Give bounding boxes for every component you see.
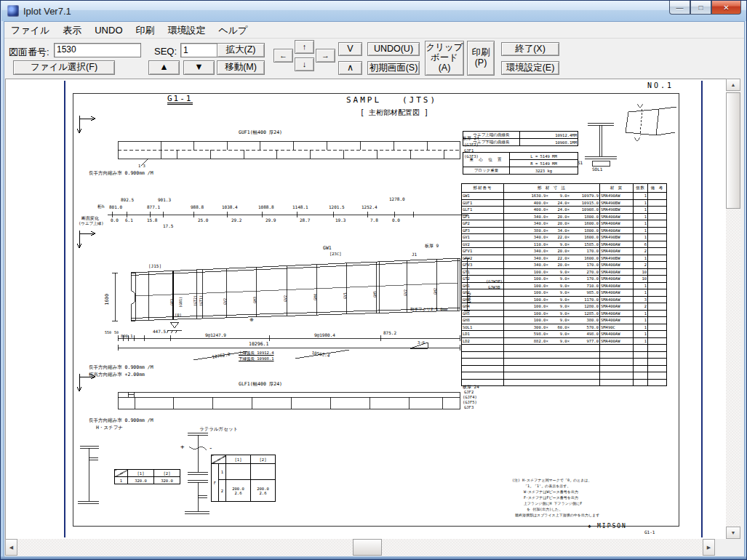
- table-row: GUF1400.0×24.0×10915.0SMA490BW1: [462, 199, 667, 207]
- menu-item[interactable]: 環境設定: [161, 23, 212, 39]
- horizontal-scroll-thumb[interactable]: [353, 539, 382, 556]
- pan-down-button[interactable]: ↓: [295, 57, 314, 71]
- drawing-label: GV1: [343, 292, 347, 299]
- detail-table-b: [1] [2] F 1 2 200.0 2.6 200.0 2.6: [211, 455, 276, 502]
- drawing-label: G1-1: [644, 530, 655, 535]
- drawing-label: J1: [412, 252, 417, 257]
- table-row: 重 心 位 置 L = 5149 MM: [463, 153, 578, 160]
- drawing-label: -: [209, 445, 212, 452]
- drawing-label: 長手方向縮み率 0.900mm /M: [89, 171, 153, 176]
- menu-item[interactable]: ヘルプ: [212, 23, 255, 39]
- drawing-label: 875.2: [383, 331, 396, 335]
- exit-button[interactable]: 終了(X): [501, 42, 559, 56]
- drawing-label: (GB1): [179, 297, 183, 308]
- table-row: GT1100.0×9.0×270.0SMA400AW10: [462, 268, 667, 276]
- drawing-label: 29.9: [265, 218, 276, 223]
- clipboard-button[interactable]: クリップ ボード (A): [425, 41, 464, 76]
- menu-bar: ファイル表示UNDO印刷環境設定ヘルプ: [4, 23, 744, 39]
- drawing-label: GLF1(幅400 厚24): [239, 382, 282, 387]
- table-row: [462, 372, 667, 380]
- vertical-scroll-thumb[interactable]: [726, 92, 740, 209]
- menu-item[interactable]: 表示: [56, 23, 88, 39]
- minimize-button[interactable]: —: [669, 1, 690, 15]
- menu-item[interactable]: 印刷: [129, 23, 161, 39]
- print-button[interactable]: 印刷(P): [467, 41, 495, 76]
- menu-item[interactable]: ファイル: [4, 23, 56, 39]
- table-row: GFV2340.0×22.0×1600.0SMA490BW1: [462, 255, 667, 262]
- page-up-button[interactable]: ∧: [338, 61, 362, 75]
- drawing-label: 892.5: [121, 198, 134, 202]
- seq-next-button[interactable]: ▼: [183, 60, 215, 75]
- scroll-right-button[interactable]: ▶: [703, 539, 715, 556]
- drawing-label: 801.0: [109, 205, 122, 209]
- table-row: LD1598.0×9.0×498.0SMA400AW1: [462, 331, 667, 338]
- app-icon: [7, 5, 19, 17]
- vertical-scrollbar[interactable]: ▲ ▼: [726, 79, 740, 539]
- drawing-label: [J15]: [148, 264, 161, 268]
- title-bar[interactable]: Iplot Ver7.1 — □ ✕: [1, 1, 747, 21]
- drawing-no-input[interactable]: 1530: [54, 43, 141, 57]
- drawing-label: GH3: [253, 297, 257, 303]
- drawing-label: 上縁弧長 10912.4: [239, 351, 274, 356]
- drawing-label: GH2: [434, 288, 437, 295]
- drawing-label: 桁高方向縮み率 +2.00mm: [89, 372, 145, 377]
- horizontal-scrollbar[interactable]: ◀ ▶: [5, 539, 715, 556]
- drawing-label: 桁手マクリ2.5 0mm: [410, 308, 447, 312]
- pan-left-button[interactable]: ←: [273, 49, 293, 63]
- web-curve-table: ウエブ上端の曲線長 10912.4MM ウエブ下端の曲線長 10908.1MM: [463, 131, 578, 146]
- window-title: Iplot Ver7.1: [23, 6, 71, 17]
- table-row: GFV3340.0×20.0×170.0SMA400AW2: [462, 262, 667, 269]
- file-select-button[interactable]: ファイル選択(F): [13, 60, 115, 75]
- table-row: [462, 379, 667, 386]
- drawing-label: 1600: [105, 294, 110, 305]
- drawing-label: 1201.5: [329, 205, 345, 209]
- scroll-down-button[interactable]: ▼: [726, 527, 740, 539]
- drawing-label: NO.1: [647, 82, 674, 89]
- drawing-label: 下縁弧長 10908.1: [239, 357, 274, 361]
- drawing-label: F-スチフナはFピース番号を出力: [524, 496, 578, 500]
- table-row: GW11630.9×9.0×10979.9SMA490AW1: [462, 193, 667, 200]
- drawing-label: 447.5: [153, 329, 166, 334]
- drawing-label: を 付加(出力)した。: [527, 508, 562, 511]
- table-row: GV2110.0×9.0×1585.0SMA400AW6: [462, 241, 667, 248]
- move-button[interactable]: 移動(M): [217, 60, 265, 75]
- close-button[interactable]: ✕: [711, 1, 741, 15]
- zoom-button[interactable]: 拡大(Z): [217, 43, 265, 57]
- drawing-label: ※: [249, 318, 254, 323]
- drawing-label: 断面変化: [81, 216, 99, 220]
- drawing-label: GH5: [373, 291, 377, 297]
- table-row: [462, 359, 667, 366]
- drawing-label: (GT1): [199, 295, 203, 306]
- drawing-canvas[interactable]: NO.1G1-1SAMPL (JTS)[ 主桁部材配置図 ]GUF1(幅400 …: [5, 79, 726, 539]
- page-down-button[interactable]: V: [338, 42, 362, 56]
- drawing-label: GP3: [170, 299, 174, 305]
- table-row: GV1340.0×22.0×1600.0SMA490BW1: [462, 234, 667, 241]
- drawing-label: 877.1: [147, 205, 160, 209]
- table-row: GP2340.0×20.0×1600.0SMA400AW1: [462, 220, 667, 228]
- table-row: LD2882.0×9.0×977.0SMA400AW1: [462, 337, 667, 345]
- detail-table-a: [1] [2] 1 320.0 320.0: [114, 469, 180, 484]
- table-row: [1] [2]: [212, 455, 276, 464]
- undo-button[interactable]: UNDO(U): [367, 42, 420, 56]
- scroll-left-button[interactable]: ◀: [5, 539, 17, 556]
- restore-button[interactable]: □: [690, 1, 711, 15]
- scrollbar-corner: [715, 539, 740, 556]
- drawing-label: 19.3: [335, 218, 345, 223]
- drawing-label: H・スチフナ: [96, 425, 123, 431]
- parts-list-table: 部材番号 部 材 寸 法 材 質 個数 備 考 GW11630.9×9.0×10…: [461, 183, 667, 386]
- table-row: [1] [2]: [115, 470, 180, 477]
- pan-right-button[interactable]: →: [316, 49, 335, 63]
- drawing-label: G1-1: [167, 95, 193, 105]
- menu-item[interactable]: UNDO: [88, 23, 129, 37]
- drawing-label: GJF2: [464, 391, 474, 395]
- drawing-label: 板厚 9: [425, 244, 439, 248]
- initial-screen-button[interactable]: 初期画面(S): [367, 61, 420, 75]
- drawing-label: 1 3: [138, 164, 145, 169]
- drawing-label: W-スチフナはWピース番号を出力: [524, 490, 578, 494]
- env-settings-button[interactable]: 環境設定(E): [501, 61, 559, 75]
- pan-up-button[interactable]: ↑: [295, 40, 314, 54]
- seq-prev-button[interactable]: ▲: [148, 60, 180, 75]
- scroll-up-button[interactable]: ▲: [726, 79, 740, 91]
- table-row: GH3100.0×9.0×1170.0SMA400AW3: [462, 296, 667, 303]
- drawing-label: 7.8: [370, 218, 378, 223]
